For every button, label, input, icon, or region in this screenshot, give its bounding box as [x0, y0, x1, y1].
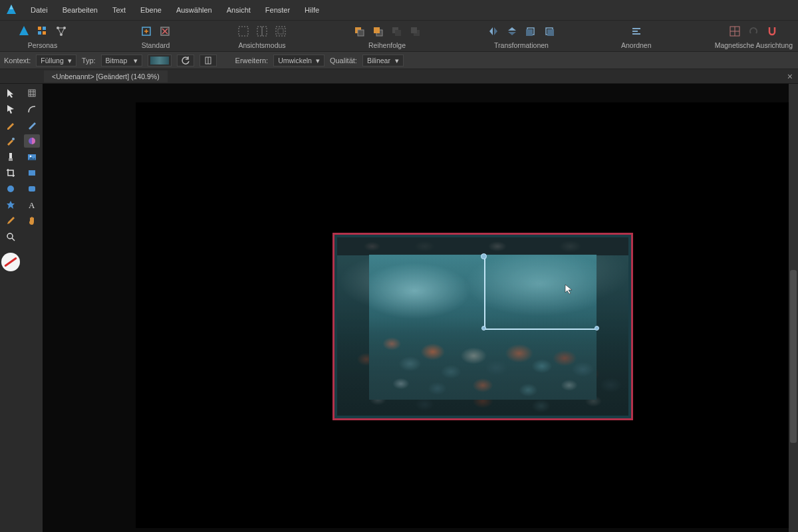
- ctx-qualitaet-label: Qualität:: [330, 57, 357, 65]
- rotate-cw-icon[interactable]: [543, 25, 556, 38]
- color-picker-tool-icon[interactable]: [3, 214, 19, 227]
- image-frame[interactable]: [332, 233, 633, 420]
- tools-panel: A: [0, 84, 43, 532]
- svg-rect-25: [547, 29, 554, 36]
- tab-close-icon[interactable]: ×: [782, 71, 798, 82]
- file-open-icon[interactable]: [140, 25, 153, 38]
- ctx-bitmap-preview[interactable]: [148, 55, 172, 66]
- svg-rect-40: [29, 90, 35, 96]
- svg-rect-13: [278, 29, 283, 34]
- ribbon-label-snap: Magnetische Ausrichtung: [715, 41, 793, 49]
- scrollbar-thumb[interactable]: [790, 270, 797, 443]
- ribbon-label-viewmode: Ansichtsmodus: [238, 41, 285, 49]
- order-back-one-icon[interactable]: [352, 25, 366, 38]
- svg-rect-2: [38, 31, 41, 35]
- cursor-icon: [565, 284, 573, 295]
- svg-rect-35: [9, 153, 12, 158]
- svg-line-39: [12, 238, 15, 241]
- view-split-icon[interactable]: [255, 25, 269, 38]
- no-fill-swatch-icon[interactable]: [1, 253, 20, 271]
- align-icon[interactable]: [630, 25, 643, 38]
- app-logo: [4, 3, 19, 17]
- rotate-ccw-icon[interactable]: [524, 25, 537, 38]
- svg-rect-48: [29, 170, 35, 176]
- ribbon-label-order: Reihenfolge: [368, 41, 406, 49]
- ctx-erweitern-value: Umwickeln: [278, 57, 312, 65]
- menu-ansicht[interactable]: Ansicht: [220, 3, 257, 17]
- persona-designer-icon[interactable]: [17, 25, 31, 38]
- ctx-reset-icon[interactable]: [177, 55, 194, 66]
- brush-tool-icon[interactable]: [3, 134, 19, 148]
- menubar: Datei Bearbeiten Text Ebene Auswählen An…: [0, 0, 798, 20]
- fill-handle-origin[interactable]: [481, 253, 487, 259]
- menu-bearbeiten[interactable]: Bearbeiten: [56, 3, 104, 17]
- scrollbar-vertical[interactable]: [789, 84, 798, 532]
- view-outline-icon[interactable]: [274, 25, 287, 38]
- fill-handle-center[interactable]: [481, 326, 486, 331]
- snap-toggle-icon[interactable]: [747, 25, 760, 38]
- order-front-one-icon[interactable]: [371, 25, 384, 38]
- ctx-typ-dropdown[interactable]: Bitmap ▾: [101, 55, 142, 66]
- context-toolbar: Kontext: Füllung ▾ Typ: Bitmap ▾ Erweite…: [0, 52, 798, 69]
- svg-rect-3: [43, 31, 46, 35]
- place-image-tool-icon[interactable]: [24, 150, 40, 164]
- vector-brush-tool-icon[interactable]: [24, 118, 40, 132]
- snap-grid-icon[interactable]: [728, 25, 741, 38]
- svg-rect-21: [411, 27, 417, 33]
- ctx-qualitaet-dropdown[interactable]: Bilinear ▾: [362, 55, 404, 66]
- chevron-down-icon: ▾: [68, 57, 72, 65]
- menu-auswaehlen[interactable]: Auswählen: [170, 3, 219, 17]
- view-pixel-icon[interactable]: [237, 25, 250, 38]
- document-tab[interactable]: <Unbenannt> [Geändert] (140.9%): [44, 70, 168, 82]
- flip-horizontal-icon[interactable]: [487, 25, 500, 38]
- ctx-erweitern-dropdown[interactable]: Umwickeln ▾: [273, 55, 325, 66]
- file-delete-icon[interactable]: [158, 25, 172, 38]
- order-back-icon[interactable]: [390, 25, 403, 38]
- canvas-area[interactable]: [43, 84, 798, 532]
- ellipse-tool-icon[interactable]: [3, 182, 19, 196]
- svg-rect-49: [29, 186, 35, 192]
- ribbon-group-order: Reihenfolge: [299, 19, 434, 51]
- ribbon-group-snap: Magnetische Ausrichtung: [703, 19, 793, 51]
- menu-datei[interactable]: Datei: [24, 3, 55, 17]
- ctx-typ-label: Typ:: [82, 57, 96, 65]
- menu-ebene[interactable]: Ebene: [134, 3, 168, 17]
- persona-export-icon[interactable]: [55, 25, 68, 38]
- fill-handle-end[interactable]: [595, 326, 599, 331]
- pencil-tool-icon[interactable]: [3, 118, 19, 132]
- ribbon-label-personas: Personas: [28, 41, 57, 49]
- pen-tool-icon[interactable]: [24, 102, 40, 116]
- fill-axis-horizontal[interactable]: [484, 329, 597, 330]
- rectangle-tool-icon[interactable]: [24, 166, 40, 180]
- svg-rect-12: [276, 27, 285, 36]
- svg-rect-1: [43, 27, 46, 30]
- star-tool-icon[interactable]: [3, 198, 19, 211]
- svg-rect-0: [38, 27, 41, 30]
- fill-tool-icon[interactable]: [24, 134, 40, 148]
- order-front-icon[interactable]: [408, 25, 422, 38]
- persona-pixel-icon[interactable]: [36, 25, 49, 38]
- rounded-rect-tool-icon[interactable]: [24, 182, 40, 196]
- fill-axis-vertical[interactable]: [484, 257, 485, 329]
- ctx-scale-lock-icon[interactable]: [200, 55, 217, 66]
- zoom-tool-icon[interactable]: [3, 230, 19, 243]
- flip-vertical-icon[interactable]: [505, 25, 519, 38]
- menu-fenster[interactable]: Fenster: [259, 3, 297, 17]
- menu-text[interactable]: Text: [106, 3, 132, 17]
- svg-text:A: A: [29, 200, 35, 210]
- menu-hilfe[interactable]: Hilfe: [298, 3, 326, 17]
- chevron-down-icon: ▾: [395, 57, 399, 65]
- node-tool-icon[interactable]: [3, 102, 19, 116]
- ribbon-group-personas: Personas: [5, 19, 80, 51]
- snap-magnet-icon[interactable]: [765, 25, 779, 38]
- ctx-kontext-dropdown[interactable]: Füllung ▾: [36, 55, 76, 66]
- ctx-qualitaet-value: Bilinear: [367, 57, 390, 65]
- ribbon-group-viewmode: Ansichtsmodus: [184, 19, 299, 51]
- svg-point-38: [7, 233, 13, 239]
- artboard-tool-icon[interactable]: [24, 86, 40, 100]
- pan-tool-icon[interactable]: [24, 214, 40, 227]
- text-tool-icon[interactable]: A: [24, 198, 40, 211]
- eyedropper-tool-icon[interactable]: [3, 150, 19, 164]
- crop-tool-icon[interactable]: [3, 166, 19, 180]
- move-tool-icon[interactable]: [3, 86, 19, 100]
